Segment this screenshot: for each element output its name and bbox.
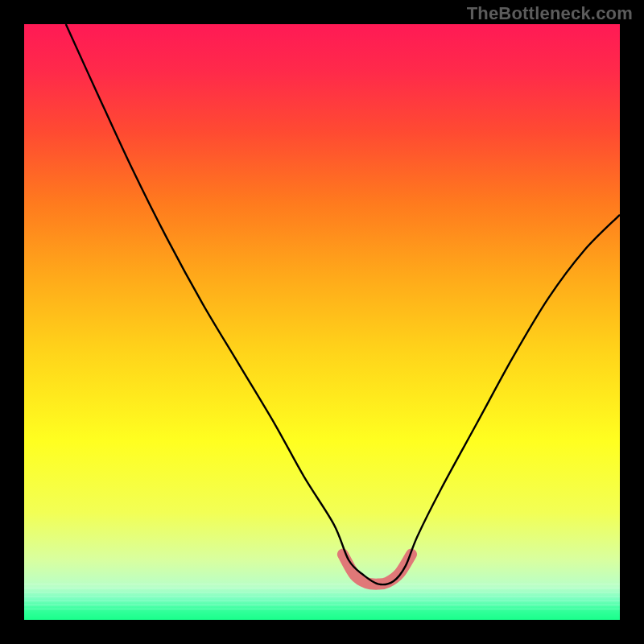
watermark-text: TheBottleneck.com xyxy=(467,3,633,24)
chart-frame: TheBottleneck.com xyxy=(0,0,644,644)
plot-background xyxy=(24,24,620,620)
bottleneck-chart xyxy=(0,0,644,644)
